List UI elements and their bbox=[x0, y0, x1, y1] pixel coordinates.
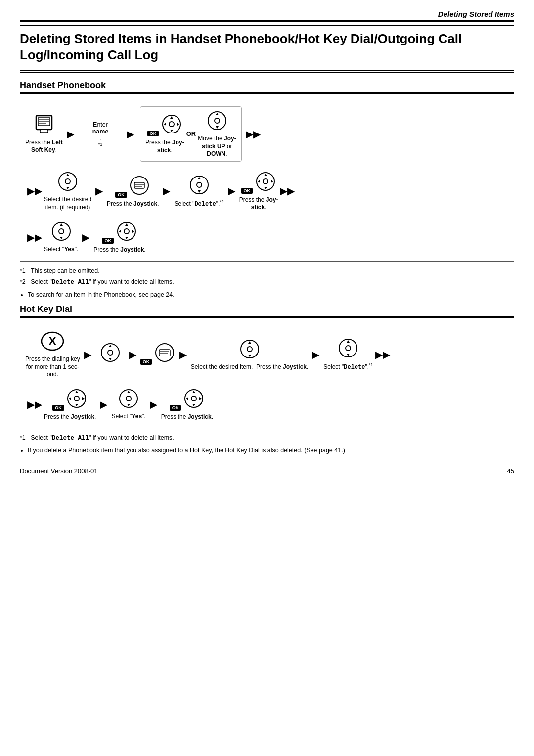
joystick-ok-label-1: Press the Joy-stick. bbox=[145, 139, 184, 154]
hkd-press-joystick-1: OK Press the Joystick. bbox=[44, 388, 96, 421]
bullet-1: To search for an item in the Phonebook, … bbox=[28, 291, 514, 298]
svg-marker-37 bbox=[60, 237, 63, 239]
svg-marker-18 bbox=[66, 174, 69, 176]
joystick-updown-icon-1 bbox=[206, 110, 228, 133]
svg-marker-65 bbox=[75, 404, 78, 406]
svg-rect-21 bbox=[134, 182, 144, 188]
handset-bullets: To search for an item in the Phonebook, … bbox=[20, 291, 514, 298]
hkd-arrow-6: ▶ bbox=[150, 399, 157, 410]
hkd-press-joystick-label-2: Press the Joystick. bbox=[161, 413, 213, 421]
svg-marker-41 bbox=[125, 237, 128, 239]
svg-marker-61 bbox=[347, 354, 350, 356]
hkd-select-yes: Select "Yes". bbox=[111, 388, 145, 421]
hkd-select-desired-label: Select the desired item. Press the Joyst… bbox=[191, 363, 308, 371]
section-handset-phonebook: Handset Phonebook bbox=[20, 80, 514, 94]
svg-marker-77 bbox=[199, 397, 202, 400]
hkd-select-yes-label: Select "Yes". bbox=[111, 413, 145, 421]
svg-marker-42 bbox=[119, 230, 121, 233]
svg-marker-74 bbox=[192, 391, 195, 393]
hkd-joystick-icon-1 bbox=[99, 342, 121, 365]
svg-point-50 bbox=[156, 344, 174, 361]
bracket-group-1: OK Press the Joy-stick. OR bbox=[140, 106, 242, 162]
svg-point-35 bbox=[59, 229, 64, 234]
menu-ok-icon-1: OK bbox=[115, 175, 150, 198]
svg-marker-36 bbox=[60, 223, 63, 226]
select-yes-label-1: Select "Yes". bbox=[44, 246, 78, 254]
flow-item-joystick-ud-1: Move the Joy-stick UP orDOWN. bbox=[198, 110, 236, 158]
svg-marker-27 bbox=[198, 190, 201, 193]
svg-marker-8 bbox=[170, 116, 173, 119]
joystick-updown-icon-3 bbox=[188, 174, 210, 197]
flow-row-3: ▶▶ Select "Yes". ▶ OK bbox=[25, 221, 509, 254]
hkd-joystick-ok-icon-1: OK bbox=[52, 388, 88, 411]
joystick-updown-icon-2 bbox=[57, 171, 79, 194]
hkd-select-delete: Select "Delete".*1 bbox=[323, 337, 373, 372]
arrow-6: ▶ bbox=[82, 231, 89, 243]
menu-ok-label-1: Press the Joystick. bbox=[107, 200, 159, 208]
hkd-joystick-icon-2 bbox=[239, 338, 261, 361]
svg-marker-15 bbox=[216, 126, 219, 129]
svg-marker-71 bbox=[127, 404, 130, 406]
svg-point-55 bbox=[247, 347, 252, 352]
main-title: Deleting Stored Items in Handset Phonebo… bbox=[20, 31, 514, 63]
svg-marker-56 bbox=[248, 341, 251, 344]
joystick-ok-icon-2: OK bbox=[241, 171, 276, 194]
hkd-joystick-updown-icon bbox=[118, 388, 139, 411]
svg-marker-48 bbox=[109, 345, 112, 347]
hkd-x-key: X Press the dialing keyfor more than 1 s… bbox=[25, 330, 80, 379]
double-arrow-1: ▶▶ bbox=[246, 128, 261, 140]
svg-point-69 bbox=[126, 396, 131, 401]
svg-text:X: X bbox=[49, 335, 56, 347]
hkd-press-joystick-2: OK Press the Joystick. bbox=[161, 388, 213, 421]
svg-point-59 bbox=[346, 346, 351, 351]
svg-point-39 bbox=[124, 229, 129, 234]
select-desired-label: Select the desireditem. (if required) bbox=[44, 196, 91, 211]
svg-marker-67 bbox=[82, 397, 85, 400]
hkd-bullet-1: If you delete a Phonebook item that you … bbox=[28, 447, 514, 454]
hkd-select-desired: Select the desired item. Press the Joyst… bbox=[191, 338, 308, 371]
document-version: Document Version 2008-01 bbox=[20, 467, 98, 475]
hkd-select-delete-label: Select "Delete".*1 bbox=[323, 362, 373, 372]
flow-item-joystick-ok-2: OK Press the Joy-stick. bbox=[239, 171, 278, 212]
section-hot-key-dial: Hot Key Dial bbox=[20, 304, 514, 318]
flow-item-phonebook: Press the LeftSoft Key. bbox=[25, 114, 63, 154]
hot-key-dial-diagram: X Press the dialing keyfor more than 1 s… bbox=[20, 323, 514, 428]
joystick-ok-icon-1: OK bbox=[147, 113, 182, 137]
svg-marker-32 bbox=[258, 180, 260, 183]
svg-point-47 bbox=[108, 350, 113, 355]
flow-row-2: ▶▶ Select the desireditem. (if required)… bbox=[25, 171, 509, 212]
svg-point-13 bbox=[215, 118, 220, 123]
arrow-4: ▶ bbox=[163, 185, 170, 197]
svg-marker-33 bbox=[271, 180, 273, 183]
arrow-1: ▶ bbox=[67, 128, 74, 140]
svg-marker-57 bbox=[248, 355, 251, 357]
svg-marker-60 bbox=[347, 340, 350, 343]
hkd-menu-ok-icon: OK bbox=[140, 342, 176, 365]
svg-marker-75 bbox=[192, 404, 195, 406]
joystick-updown-icon-4 bbox=[50, 221, 72, 244]
svg-marker-40 bbox=[125, 223, 128, 226]
svg-rect-5 bbox=[40, 130, 48, 133]
flow-item-joystick-ok-1: OK Press the Joy-stick. bbox=[145, 113, 184, 154]
hkd-press-joystick-label-1: Press the Joystick. bbox=[44, 413, 96, 421]
double-arrow-2: ▶▶ bbox=[27, 185, 42, 197]
joystick-ud-label-1: Move the Joy-stick UP orDOWN. bbox=[198, 135, 236, 158]
enter-name-step: Enter name.*1 bbox=[78, 121, 123, 147]
page-number: 45 bbox=[507, 467, 514, 475]
hkd-arrow-2: ▶ bbox=[129, 349, 136, 360]
svg-marker-64 bbox=[75, 391, 78, 393]
hot-key-bullets: If you delete a Phonebook item that you … bbox=[20, 447, 514, 454]
x-key-label: Press the dialing keyfor more than 1 sec… bbox=[25, 356, 80, 379]
double-arrow-4: ▶▶ bbox=[27, 231, 42, 243]
hkd-note-1: *1 Select "Delete All" if you want to de… bbox=[20, 433, 514, 443]
svg-marker-11 bbox=[177, 123, 179, 126]
arrow-2: ▶ bbox=[127, 128, 134, 140]
hot-key-notes: *1 Select "Delete All" if you want to de… bbox=[20, 433, 514, 443]
flow-item-select-yes-1: Select "Yes". bbox=[44, 221, 78, 254]
select-delete-label: Select "Delete".*2 bbox=[174, 199, 223, 209]
header-title: Deleting Stored Items bbox=[438, 10, 514, 18]
svg-marker-49 bbox=[109, 358, 112, 360]
joystick-ok-label-3: Press the Joystick. bbox=[93, 246, 145, 254]
svg-marker-31 bbox=[264, 187, 267, 189]
flow-item-select-delete: Select "Delete".*2 bbox=[174, 174, 223, 209]
